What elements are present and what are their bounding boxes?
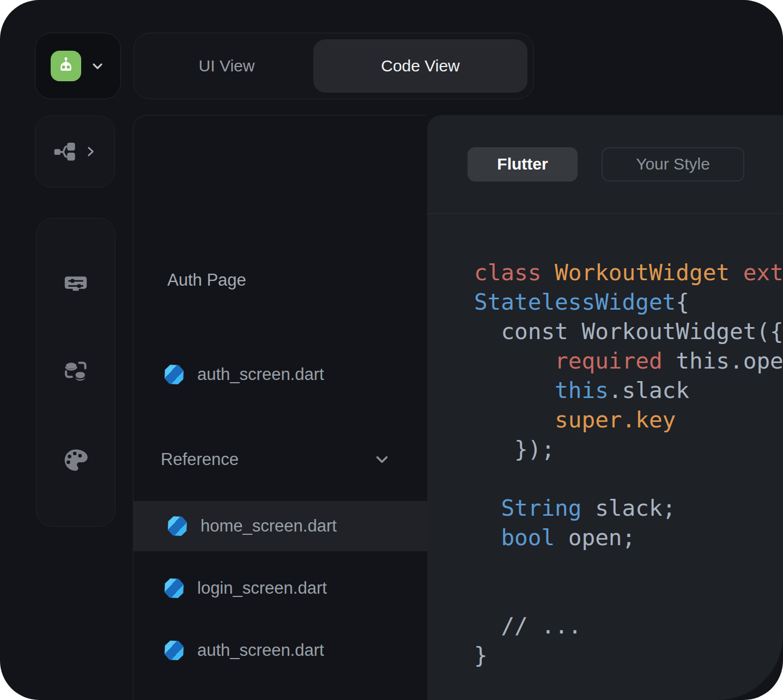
code-line (474, 582, 783, 611)
code-style-toggle: Flutter Your Style (427, 115, 783, 214)
file-tree-panel: Auth Page auth_screen.dart Reference hom… (133, 115, 427, 700)
file-name: home_screen.dart (201, 516, 337, 536)
dart-file-icon (168, 516, 187, 536)
code-line: // ... (474, 611, 783, 641)
app-window: UI View Code View (0, 0, 783, 700)
sidebar-item-flow[interactable] (35, 116, 115, 188)
file-row-login-screen[interactable]: login_screen.dart (133, 572, 427, 605)
dart-file-icon (165, 365, 184, 384)
file-row-auth-screen[interactable]: auth_screen.dart (133, 358, 427, 391)
tab-flutter[interactable]: Flutter (468, 147, 578, 182)
flow-tree-icon (53, 140, 76, 163)
code-line: super.key (474, 405, 783, 435)
chevron-down-icon (373, 450, 391, 469)
section-label: Reference (161, 450, 239, 469)
chevron-right-icon (83, 144, 98, 159)
page-title: Auth Page (167, 264, 246, 297)
file-name: auth_screen.dart (197, 365, 324, 384)
code-line: StatelessWidget{ (474, 287, 783, 317)
code-line (474, 552, 783, 582)
file-row-auth-screen-ref[interactable]: auth_screen.dart (133, 634, 427, 667)
view-toggle: UI View Code View (133, 33, 534, 99)
dart-file-icon (165, 641, 184, 660)
data-sync-icon[interactable] (63, 359, 88, 384)
code-line: String slack; (474, 493, 783, 523)
code-line: class WorkoutWidget ext (474, 258, 783, 287)
app-launcher-button[interactable] (35, 33, 121, 99)
tab-ui-view[interactable]: UI View (140, 39, 313, 93)
robot-icon (56, 56, 76, 76)
palette-icon[interactable] (63, 447, 89, 473)
code-line: } (474, 641, 783, 670)
file-name: login_screen.dart (197, 578, 327, 598)
chevron-down-icon (90, 58, 105, 74)
dart-file-icon (165, 578, 184, 598)
section-reference[interactable]: Reference (133, 443, 427, 476)
code-block: class WorkoutWidget extStatelessWidget{ … (427, 214, 783, 670)
file-row-home-screen[interactable]: home_screen.dart (133, 501, 427, 551)
code-line: const WorkoutWidget({ (474, 317, 783, 346)
tab-your-style[interactable]: Your Style (602, 147, 744, 182)
code-line: }); (474, 435, 783, 464)
app-logo (51, 51, 81, 81)
code-line: this.slack (474, 376, 783, 405)
code-line: required this.ope (474, 346, 783, 376)
code-line (474, 464, 783, 493)
tab-code-view[interactable]: Code View (313, 39, 527, 93)
code-line: bool open; (474, 523, 783, 552)
component-controls-icon[interactable] (63, 271, 88, 297)
file-name: auth_screen.dart (197, 641, 324, 660)
code-panel: Flutter Your Style class WorkoutWidget e… (427, 115, 783, 700)
sidebar-tool-group (36, 218, 116, 527)
